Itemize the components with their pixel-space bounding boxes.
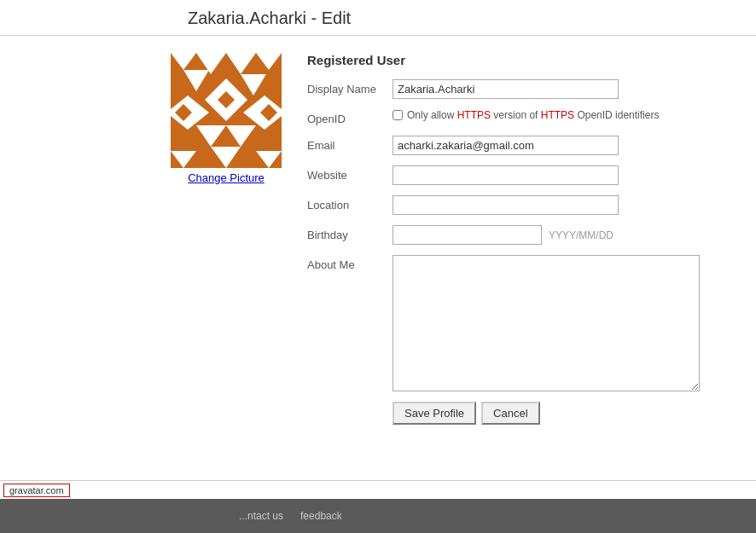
https-text: HTTPS — [457, 109, 491, 121]
section-title: Registered User — [307, 53, 739, 67]
page-wrapper: Zakaria.Acharki - Edit — [0, 0, 756, 533]
feedback-link[interactable]: feedback — [300, 510, 342, 522]
cancel-button[interactable]: Cancel — [481, 402, 539, 425]
display-name-row: Display Name — [307, 79, 739, 99]
about-me-row: About Me — [307, 255, 739, 391]
openid-checkbox-group: Only allow HTTPS version of HTTPS OpenID… — [393, 109, 659, 121]
birthday-group: YYYY/MM/DD — [393, 225, 614, 245]
email-row: Email — [307, 136, 739, 155]
email-label: Email — [307, 136, 393, 152]
save-profile-button[interactable]: Save Profile — [393, 402, 476, 425]
change-picture-link[interactable]: Change Picture — [188, 171, 265, 184]
openid-description: Only allow HTTPS version of HTTPS OpenID… — [407, 109, 659, 121]
openid-row: OpenID Only allow HTTPS version of HTTPS… — [307, 109, 739, 125]
location-label: Location — [307, 195, 393, 211]
page-title: Zakaria.Acharki - Edit — [188, 9, 739, 28]
contact-link[interactable]: ...ntact us — [239, 510, 283, 522]
page-footer: ...ntact us feedback — [0, 499, 756, 533]
main-content: Change Picture Registered User Display N… — [0, 36, 756, 442]
website-label: Website — [307, 165, 393, 182]
birthday-input[interactable] — [393, 225, 542, 245]
birthday-format: YYYY/MM/DD — [549, 229, 614, 241]
website-row: Website — [307, 165, 739, 185]
openid-checkbox[interactable] — [393, 110, 403, 120]
display-name-label: Display Name — [307, 79, 393, 96]
footer-links: ...ntact us feedback — [239, 510, 342, 522]
location-row: Location — [307, 195, 739, 215]
location-input[interactable] — [393, 195, 619, 215]
https-text2: HTTPS — [541, 109, 574, 121]
url-indicator: gravatar.com — [3, 484, 70, 497]
display-name-input[interactable] — [393, 79, 619, 99]
form-section: Registered User Display Name OpenID Only… — [307, 53, 739, 425]
about-me-textarea[interactable] — [393, 255, 700, 391]
avatar-section: Change Picture — [171, 53, 282, 425]
email-input[interactable] — [393, 136, 619, 155]
button-row: Save Profile Cancel — [307, 402, 739, 425]
website-input[interactable] — [393, 165, 619, 185]
avatar-image — [171, 53, 282, 168]
birthday-row: Birthday YYYY/MM/DD — [307, 225, 739, 245]
openid-label: OpenID — [307, 109, 393, 125]
status-bar: gravatar.com — [0, 480, 756, 499]
page-header: Zakaria.Acharki - Edit — [0, 0, 756, 36]
about-me-label: About Me — [307, 255, 393, 271]
birthday-label: Birthday — [307, 225, 393, 241]
